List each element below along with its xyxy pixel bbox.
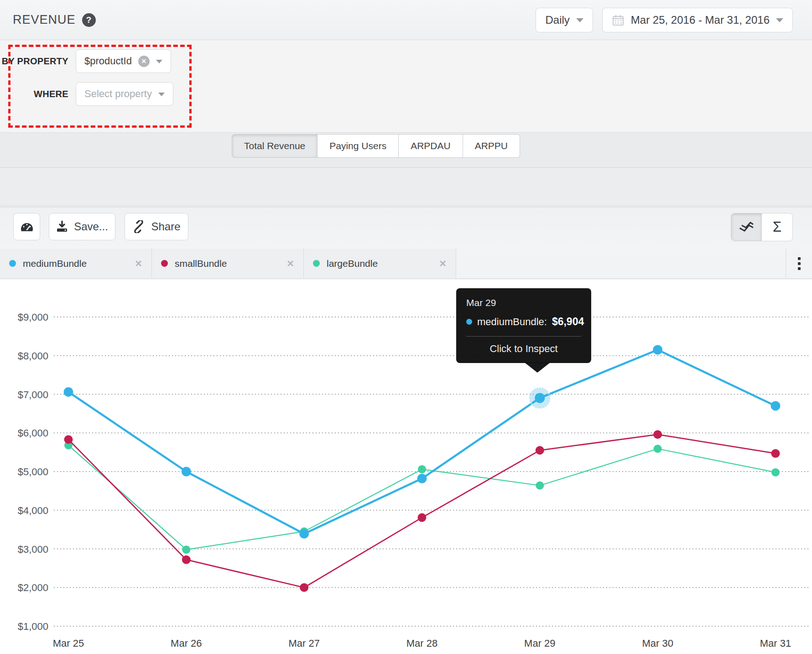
data-point[interactable] <box>770 401 780 410</box>
data-point[interactable] <box>653 430 662 439</box>
filter-section: BY PROPERTY $productId ✕ WHERE Select pr… <box>0 40 812 132</box>
data-point[interactable] <box>182 555 191 564</box>
data-point[interactable] <box>299 529 309 539</box>
legend-item-largeBundle[interactable]: largeBundle ✕ <box>304 249 456 278</box>
download-icon <box>56 221 68 233</box>
chart-mode-toggle: Σ <box>731 213 793 241</box>
data-point[interactable] <box>771 468 780 477</box>
by-property-label: BY PROPERTY <box>0 56 68 67</box>
tab-arpdau[interactable]: ARPDAU <box>399 134 463 158</box>
svg-text:Mar 30: Mar 30 <box>642 638 673 649</box>
close-icon[interactable]: ✕ <box>439 258 447 269</box>
line-chart-toggle[interactable] <box>731 213 762 241</box>
data-point[interactable] <box>536 482 544 490</box>
sigma-icon: Σ <box>773 219 781 235</box>
series-line-mediumBundle <box>68 350 776 534</box>
data-point-highlighted[interactable] <box>535 393 545 403</box>
data-point[interactable] <box>771 449 780 458</box>
chart-tooltip[interactable]: Mar 29 mediumBundle: $6,904 Click to Ins… <box>456 288 591 363</box>
series-color-dot <box>161 260 168 267</box>
help-icon[interactable]: ? <box>82 13 96 27</box>
tooltip-value: $6,904 <box>552 316 584 328</box>
svg-text:$4,000: $4,000 <box>18 505 48 516</box>
date-range-value: Mar 25, 2016 - Mar 31, 2016 <box>631 14 770 26</box>
save-label: Save... <box>74 220 108 233</box>
header-controls: Daily Mar 25, 2016 - Mar 31, 2016 <box>536 8 793 32</box>
svg-text:Mar 31: Mar 31 <box>760 638 791 649</box>
legend-item-mediumBundle[interactable]: mediumBundle ✕ <box>0 249 152 278</box>
legend-label: largeBundle <box>327 258 432 269</box>
tooltip-series-name: mediumBundle: <box>477 316 547 328</box>
chart-toolbar: Save... Share Σ <box>0 208 812 249</box>
where-dropdown[interactable]: Select property <box>76 82 173 106</box>
by-property-dropdown[interactable]: $productId ✕ <box>76 49 171 73</box>
series-color-dot <box>313 260 320 267</box>
by-property-value: $productId <box>84 55 132 67</box>
header: REVENUE ? Daily Mar 25, 2016 <box>0 0 812 40</box>
chart-area: $9,000$8,000$7,000$6,000$5,000$4,000$3,0… <box>0 279 812 654</box>
line-chart-icon <box>739 221 755 233</box>
kebab-menu[interactable] <box>786 249 812 278</box>
dashboard-button[interactable] <box>13 213 40 240</box>
series-legend: mediumBundle ✕ smallBundle ✕ largeBundle… <box>0 249 812 279</box>
series-largeBundle <box>64 441 780 554</box>
chevron-down-icon <box>776 18 783 22</box>
metric-tabs: Total Revenue Paying Users ARPDAU ARPPU <box>232 134 520 158</box>
chevron-down-icon <box>156 60 162 63</box>
tab-paying-users[interactable]: Paying Users <box>318 134 399 158</box>
data-point[interactable] <box>536 446 544 455</box>
svg-text:Mar 25: Mar 25 <box>53 638 84 649</box>
granularity-dropdown[interactable]: Daily <box>536 8 593 32</box>
close-icon[interactable]: ✕ <box>135 258 142 269</box>
data-point[interactable] <box>182 467 191 477</box>
svg-text:$6,000: $6,000 <box>18 427 48 439</box>
share-label: Share <box>151 220 180 233</box>
data-point[interactable] <box>64 387 73 397</box>
legend-label: smallBundle <box>175 258 280 269</box>
series-line-largeBundle <box>68 445 776 550</box>
chevron-down-icon <box>158 93 165 96</box>
data-point[interactable] <box>653 345 662 355</box>
x-axis-labels: Mar 25Mar 26Mar 27Mar 28Mar 29Mar 30Mar … <box>53 638 791 649</box>
svg-text:$2,000: $2,000 <box>18 582 48 593</box>
share-button[interactable]: Share <box>125 213 188 240</box>
page-title: REVENUE <box>13 13 76 27</box>
where-label: WHERE <box>0 89 68 99</box>
data-point[interactable] <box>418 465 426 473</box>
revenue-line-chart[interactable]: $9,000$8,000$7,000$6,000$5,000$4,000$3,0… <box>0 279 812 654</box>
chevron-down-icon <box>576 18 583 22</box>
gauge-icon <box>20 220 34 233</box>
close-icon[interactable]: ✕ <box>286 258 294 269</box>
sum-toggle[interactable]: Σ <box>762 213 792 241</box>
svg-text:$7,000: $7,000 <box>18 389 48 400</box>
svg-text:Mar 27: Mar 27 <box>288 638 319 649</box>
where-row: WHERE Select property <box>0 82 173 106</box>
svg-text:$5,000: $5,000 <box>18 466 48 478</box>
data-point[interactable] <box>64 435 73 444</box>
tab-total-revenue[interactable]: Total Revenue <box>232 134 318 158</box>
data-point[interactable] <box>300 583 308 592</box>
legend-label: mediumBundle <box>23 258 128 269</box>
calendar-icon <box>612 14 625 26</box>
y-axis-labels: $9,000$8,000$7,000$6,000$5,000$4,000$3,0… <box>18 311 48 632</box>
data-point[interactable] <box>182 545 190 554</box>
data-point[interactable] <box>417 474 427 483</box>
data-point[interactable] <box>417 513 426 522</box>
svg-text:$3,000: $3,000 <box>18 544 48 555</box>
tooltip-separator <box>466 336 581 337</box>
tooltip-date: Mar 29 <box>466 297 581 308</box>
legend-item-smallBundle[interactable]: smallBundle ✕ <box>152 249 304 278</box>
legend-filler <box>456 249 786 278</box>
tooltip-series-row: mediumBundle: $6,904 <box>466 316 581 328</box>
revenue-dashboard: REVENUE ? Daily Mar 25, 2016 <box>0 0 812 654</box>
save-button[interactable]: Save... <box>49 213 115 240</box>
tab-arppu[interactable]: ARPPU <box>463 134 520 158</box>
where-placeholder: Select property <box>84 88 152 100</box>
title-wrap: REVENUE ? <box>13 13 96 27</box>
by-property-row: BY PROPERTY $productId ✕ <box>0 49 171 73</box>
link-icon <box>132 220 145 233</box>
date-range-picker[interactable]: Mar 25, 2016 - Mar 31, 2016 <box>602 8 793 32</box>
clear-icon[interactable]: ✕ <box>138 56 150 67</box>
data-point[interactable] <box>654 445 662 453</box>
panel-spacer <box>0 168 812 208</box>
